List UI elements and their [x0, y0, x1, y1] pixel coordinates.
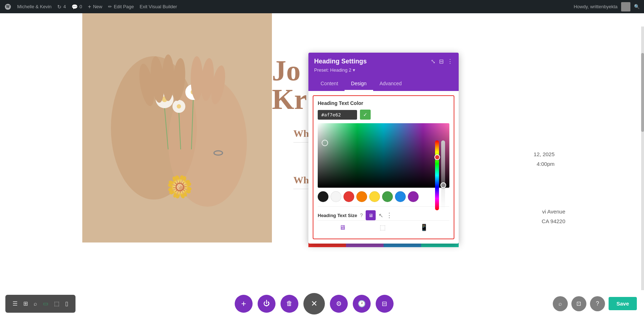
color-gradient[interactable] [318, 123, 449, 188]
svg-text:W: W [6, 5, 10, 9]
search-tool-btn[interactable]: ⌕ [34, 301, 37, 307]
color-picker-area [318, 123, 449, 188]
exit-builder-btn[interactable]: Exit Visual Builder [140, 4, 177, 9]
bottom-toolbar: ☰ ⊞ ⌕ ▭ ⬚ ▯ + ⏻ 🗑 ✕ ⚙ 🕐 ⊟ ⌕ ⊡ ? Save [0, 290, 644, 317]
scroll-thumb [641, 53, 644, 132]
color-picker-section: Heading Text Color ✓ [313, 95, 454, 239]
new-btn[interactable]: + New [88, 4, 102, 10]
grid-tool-btn[interactable]: ⊞ [23, 300, 28, 307]
comments-btn[interactable]: 💬 0 [72, 4, 82, 10]
revisions-btn[interactable]: ↻ 4 [57, 4, 66, 10]
tab-content[interactable]: Content [314, 77, 345, 91]
svg-point-20 [191, 56, 203, 101]
size-label: Heading Text Size [318, 213, 357, 218]
search-bar-icon[interactable]: 🔍 [634, 4, 640, 9]
cursor-icon: ↖ [379, 212, 383, 219]
panel-title-row: Heading Settings ⤡ ⊟ ⋮ [314, 58, 453, 65]
add-element-btn[interactable]: + [235, 295, 253, 313]
swatch-black[interactable] [318, 191, 328, 202]
device-desktop-icon[interactable]: 🖥 [339, 224, 346, 231]
date-text: 12, 2025 4:00pm [534, 149, 555, 169]
hex-confirm-btn[interactable]: ✓ [360, 110, 371, 120]
hue-thumb [434, 154, 440, 160]
admin-bar: W Michelle & Kevin ↻ 4 💬 0 + New ✏ Edit … [0, 0, 644, 13]
device-tablet-icon[interactable]: ⬚ [380, 224, 386, 231]
sliders-area [435, 140, 445, 210]
layers-btn[interactable]: ⊡ [571, 296, 586, 311]
section-title: Heading Text Color [318, 100, 449, 106]
size-desktop-btn[interactable]: 🖥 [366, 210, 376, 220]
panel-collapse-btn[interactable]: ⊟ [439, 58, 444, 65]
desktop-view-btn[interactable]: ▭ [43, 300, 48, 307]
panel-expand-btn[interactable]: ⤡ [431, 58, 435, 65]
alpha-thumb [440, 182, 446, 188]
hue-slider[interactable] [435, 140, 439, 210]
page-content: Jo Kr Wh Wh 12, 2025 4:00pm vi Avenue CA… [0, 13, 644, 317]
settings-panel: Heading Settings ⤡ ⊟ ⋮ Preset: Heading 2… [308, 53, 459, 244]
gradient-overlay [318, 123, 449, 188]
wp-logo[interactable]: W [4, 3, 11, 10]
subheading-2: Wh [293, 174, 309, 186]
tablet-view-btn[interactable]: ⬚ [54, 300, 59, 307]
scrollbar[interactable] [641, 27, 644, 290]
module-btn[interactable]: ⊟ [376, 295, 394, 313]
swatch-blue[interactable] [395, 191, 406, 202]
panel-header: Heading Settings ⤡ ⊟ ⋮ Preset: Heading 2… [308, 53, 459, 91]
save-button[interactable]: Save [609, 297, 637, 310]
swatch-yellow[interactable] [369, 191, 380, 202]
avatar[interactable] [621, 2, 630, 11]
center-tools: + ⏻ 🗑 ✕ ⚙ 🕐 ⊟ [75, 293, 553, 314]
right-tools: ⌕ ⊡ ? Save [553, 296, 644, 311]
panel-title-icons: ⤡ ⊟ ⋮ [431, 58, 453, 65]
trash-btn[interactable]: 🗑 [280, 295, 298, 313]
color-swatches [318, 191, 449, 202]
hex-row: ✓ [318, 110, 449, 120]
panel-more-btn[interactable]: ⋮ [447, 58, 453, 65]
menu-tool-btn[interactable]: ☰ [13, 300, 18, 307]
swatch-white[interactable] [331, 191, 341, 202]
hex-input[interactable] [318, 110, 357, 120]
heading-text-j: Jo [272, 56, 301, 85]
left-tools: ☰ ⊞ ⌕ ▭ ⬚ ▯ [5, 295, 75, 313]
tab-advanced[interactable]: Advanced [373, 77, 408, 91]
search-right-btn[interactable]: ⌕ [553, 296, 568, 311]
help-btn[interactable]: ? [590, 296, 605, 311]
size-more-icon[interactable]: ⋮ [386, 211, 392, 219]
main-area: Jo Kr Wh Wh 12, 2025 4:00pm vi Avenue CA… [0, 13, 644, 317]
panel-tabs: Content Design Advanced [314, 77, 453, 91]
admin-bar-right: Howdy, writtenbyekta 🔍 [574, 2, 640, 11]
close-btn[interactable]: ✕ [303, 293, 325, 314]
swatch-orange[interactable] [356, 191, 367, 202]
panel-preset[interactable]: Preset: Heading 2 ▾ [314, 67, 453, 73]
site-name[interactable]: Michelle & Kevin [17, 4, 52, 9]
settings-btn[interactable]: ⚙ [330, 295, 348, 313]
device-mobile-icon[interactable]: 📱 [420, 224, 428, 231]
power-btn[interactable]: ⏻ [258, 295, 275, 313]
swatch-green[interactable] [382, 191, 393, 202]
tab-design[interactable]: Design [345, 77, 373, 91]
history-btn[interactable]: 🕐 [353, 295, 371, 313]
device-row: 🖥 ⬚ 📱 [318, 220, 449, 234]
howdy-label: Howdy, writtenbyekta [574, 4, 618, 9]
size-row: Heading Text Size ? 🖥 ↖ ⋮ [318, 206, 449, 220]
swatch-purple[interactable] [408, 191, 419, 202]
heading-text-k: Kr [272, 85, 307, 114]
address-text: vi Avenue CA 94220 [542, 207, 565, 226]
panel-title: Heading Settings [314, 58, 367, 65]
size-help-icon[interactable]: ? [360, 212, 363, 218]
svg-point-16 [162, 54, 174, 101]
svg-point-10 [177, 104, 181, 109]
flower-image [82, 13, 272, 242]
swatch-red[interactable] [343, 191, 354, 202]
subheading-1: Wh [293, 128, 309, 139]
alpha-slider[interactable] [441, 140, 445, 210]
mobile-view-btn[interactable]: ▯ [65, 300, 68, 307]
image-block [82, 13, 272, 242]
edit-page-btn[interactable]: ✏ Edit Page [108, 4, 134, 9]
